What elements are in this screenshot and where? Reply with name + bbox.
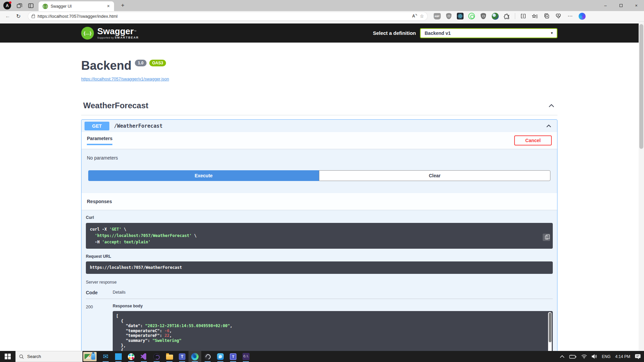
taskbar-visual-studio-app[interactable] [138,351,150,362]
swagger-logo-subtitle: Supported by SMARTBEAR [97,36,139,39]
response-body-block[interactable]: [ { "date": "2023-12-29T16:14:55.6949598… [113,311,553,351]
responses-section-header: Responses [82,193,557,210]
response-body-scroll-thumb[interactable] [549,313,551,342]
folder-icon [166,355,173,360]
request-url-label: Request URL [86,254,553,259]
definition-select[interactable]: Backend v1 ▾ [420,28,557,38]
browser-tab-swagger-ui[interactable]: {…} Swagger UI × [39,1,114,11]
read-aloud-icon[interactable]: A [412,14,417,18]
swagger-page: {…} Swagger™ Supported by SMARTBEAR Sele… [0,21,639,351]
spec-json-link[interactable]: https://localhost:7057/swagger/v1/swagge… [81,77,169,81]
curl-label: Curl [86,215,553,220]
clear-button[interactable]: Clear [319,170,550,181]
adblock-extension-icon[interactable]: ABP [434,13,441,19]
browser-tab-strip: A {…} Swagger UI × + – × [0,0,644,11]
teams-icon: T [179,353,185,360]
taskbar-search[interactable]: Search [15,351,83,362]
system-tray: ENG 4:14 PM [560,351,644,362]
swagger-favicon: {…} [43,4,48,9]
operation-collapse-chevron-icon[interactable] [545,122,552,130]
taskbar-teams-app[interactable]: T [176,351,189,362]
taskbar-mail-app[interactable]: ✉ [99,351,112,362]
volume-icon[interactable] [592,354,597,359]
taskbar-slack-app[interactable] [125,351,138,362]
collections-icon[interactable] [543,12,550,20]
tab-close-icon[interactable]: × [105,3,111,9]
parameters-container: No parameters [82,149,557,170]
settings-more-icon[interactable]: ⋯ [567,12,574,20]
taskbar-vscode-app[interactable] [112,351,125,362]
parameters-section-header: Parameters Cancel [82,132,557,149]
taskbar-edge-app[interactable] [189,351,201,362]
details-column-header: Details [113,290,125,295]
back-icon[interactable]: ← [3,13,12,19]
browser-essentials-icon[interactable] [555,12,562,20]
wifi-icon[interactable] [581,354,587,359]
screen: A {…} Swagger UI × + – × ← ↻ https://loc… [0,0,644,362]
browser-toolbar: ← ↻ https://localhost:7057/swagger/index… [0,11,644,21]
cancel-button[interactable]: Cancel [514,135,552,145]
workspaces-icon[interactable] [16,3,22,9]
swagger-logo-tm: ™ [133,30,136,33]
execute-button[interactable]: Execute [88,170,319,181]
swagger-logo-text: Swagger [97,26,133,36]
api-info: Backend 1.0 OAS3 https://localhost:7057/… [81,43,557,82]
code-column-header: Code [86,290,113,295]
battery-icon[interactable] [569,355,577,359]
vpn-globe-extension-icon[interactable] [492,13,499,20]
tray-chevron-up-icon[interactable] [560,355,565,358]
start-button[interactable] [0,351,15,362]
tracker-extension-icon[interactable] [468,13,475,19]
tag-section-header[interactable]: WeatherForecast [81,101,557,115]
taskbar-obs-app[interactable] [201,351,214,362]
favorites-list-icon[interactable] [531,12,539,20]
operation-summary[interactable]: GET /WeatherForecast [82,120,557,132]
version-badge: 1.0 [135,60,147,66]
taskbar-insomnia-app[interactable] [150,351,163,362]
taskbar-blue-app[interactable] [214,351,227,362]
lock-icon [32,15,35,18]
search-placeholder: Search [27,354,41,359]
taskbar-teams-new-app[interactable]: T [227,351,239,362]
split-screen-icon[interactable] [520,12,527,20]
copilot-icon[interactable] [579,13,586,20]
clock[interactable]: 4:14 PM [615,354,630,359]
curl-code-block[interactable]: curl -X 'GET' \ 'https://localhost:7057/… [86,223,553,249]
swagger-logo-icon: {…} [81,27,94,40]
response-body-scrollbar[interactable] [548,312,552,351]
search-highlights[interactable] [83,352,97,361]
definition-selected-value: Backend v1 [425,31,451,36]
tab-title: Swagger UI [51,4,103,9]
tag-collapse-chevron-icon[interactable] [547,102,555,110]
taskbar-file-explorer-app[interactable] [163,351,176,362]
tab-parameters[interactable]: Parameters [87,136,112,145]
teams-new-icon: T [230,353,236,360]
taskbar-apps: ✉ T T C:\ [99,351,252,362]
privacy-shield-extension-icon[interactable] [446,13,451,19]
response-body-label: Response body [113,304,553,308]
page-scrollbar[interactable] [639,21,644,351]
security-shield-extension-icon[interactable] [481,13,486,19]
extensions-puzzle-icon[interactable] [503,12,511,20]
profile-letter: A [6,3,9,8]
copy-icon [545,236,548,239]
language-indicator[interactable]: ENG [602,354,610,359]
copy-to-clipboard-button[interactable] [543,234,550,241]
minimize-button[interactable]: – [598,0,613,11]
restore-button[interactable] [613,0,629,11]
close-button[interactable]: × [629,0,644,11]
taskbar-terminal-app[interactable]: C:\ [239,351,252,362]
refresh-icon[interactable]: ↻ [14,13,23,19]
tab-actions-icon[interactable] [28,3,34,9]
page-scroll-thumb[interactable] [639,24,643,149]
action-center-icon[interactable] [635,354,641,359]
address-bar[interactable]: https://localhost:7057/swagger/index.htm… [28,12,427,20]
journal-icon [85,354,90,359]
url-text[interactable]: https://localhost:7057/swagger/index.htm… [38,14,410,19]
react-devtools-extension-icon[interactable] [457,13,464,19]
vscode-icon [115,353,122,360]
new-tab-button[interactable]: + [119,2,127,10]
browser-profile-icon[interactable]: A [3,2,11,9]
swagger-logo[interactable]: {…} Swagger™ Supported by SMARTBEAR [81,27,139,40]
favorite-star-icon[interactable]: ☆ [420,13,424,19]
